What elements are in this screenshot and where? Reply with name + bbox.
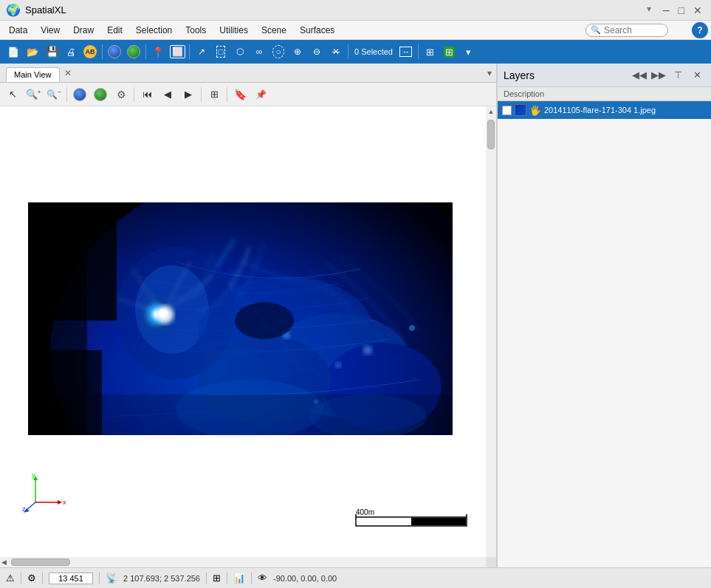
menubar: Data View Draw Edit Selection Tools Util…: [0, 21, 711, 40]
svg-point-26: [235, 302, 294, 339]
menu-draw[interactable]: Draw: [67, 24, 100, 37]
status-sep-6: [251, 572, 252, 584]
select-remove-icon: ⊖: [313, 47, 320, 57]
toolbar-separator-3: [189, 44, 190, 59]
scroll-thumb-y[interactable]: [487, 120, 495, 149]
selected-count-label: 0 Selected: [351, 47, 396, 56]
layers-title: Layers: [504, 69, 628, 81]
map-pin-button[interactable]: 📍: [149, 43, 167, 61]
zoom-out-button[interactable]: 🔍−: [44, 85, 63, 104]
globe-blue-button[interactable]: [106, 43, 123, 61]
more-button[interactable]: ▾: [460, 43, 478, 61]
table1-icon: ⊞: [426, 47, 434, 58]
globe-green-button[interactable]: [125, 43, 142, 61]
zoom-in-button[interactable]: 🔍+: [24, 85, 43, 104]
layer-hand-icon: 🖐: [529, 105, 541, 116]
layers-prev-prev-button[interactable]: ◀◀: [631, 67, 648, 83]
menu-scene[interactable]: Scene: [255, 24, 292, 37]
table2-icon: ⊞: [444, 47, 455, 58]
scroll-left-arrow[interactable]: ◀: [0, 557, 8, 567]
open-button[interactable]: 📂: [24, 43, 41, 61]
status-coords: 2 107.693; 2 537.256: [123, 574, 200, 583]
layer-name-label: 20141105-flare-171-304 1.jpeg: [544, 106, 707, 114]
status-sep-3: [99, 572, 100, 584]
help-button[interactable]: ?: [692, 22, 708, 38]
menu-edit[interactable]: Edit: [101, 24, 128, 37]
bookmark-button[interactable]: 🔖: [230, 85, 250, 104]
view-tab-close-button[interactable]: ✕: [64, 68, 72, 78]
select-add-button[interactable]: ⊕: [289, 43, 306, 61]
table1-button[interactable]: ⊞: [422, 43, 439, 61]
grid-button[interactable]: ⊞: [205, 85, 224, 104]
toolbar-separator-4: [348, 44, 348, 59]
statusbar: ⚠ ⚙ 13 451 📡 2 107.693; 2 537.256 ⊞ 📊 👁 …: [0, 567, 711, 588]
search-box[interactable]: 🔍: [585, 24, 668, 37]
vt-globe-green-button[interactable]: [91, 85, 110, 104]
layer-visibility-checkbox[interactable]: ✓: [502, 106, 512, 115]
select-poly-button[interactable]: ⬡: [231, 43, 249, 61]
next-button[interactable]: ▶: [179, 85, 198, 104]
minimize-button[interactable]: –: [660, 4, 673, 17]
menu-surfaces[interactable]: Surfaces: [294, 24, 340, 37]
svg-point-16: [335, 362, 341, 368]
maximize-button[interactable]: □: [676, 4, 687, 17]
view-toolbar: ↖ 🔍+ 🔍− ⚙ ⏮ ◀: [0, 83, 496, 106]
select-circle-button[interactable]: ○: [269, 43, 287, 61]
svg-text:y: y: [32, 473, 35, 479]
close-button[interactable]: ✕: [690, 4, 705, 17]
globe-green-icon: [127, 45, 140, 58]
select-clear-icon: ✕: [332, 47, 340, 57]
cursor-tool-button[interactable]: ↖: [3, 85, 22, 104]
horizontal-scrollbar[interactable]: ◀: [0, 557, 486, 567]
select-remove-button[interactable]: ⊖: [308, 43, 326, 61]
menu-selection[interactable]: Selection: [130, 24, 178, 37]
prev-prev-button[interactable]: ⏮: [137, 85, 157, 104]
table2-button[interactable]: ⊞: [441, 43, 458, 61]
menu-utilities[interactable]: Utilities: [213, 24, 254, 37]
save-button[interactable]: 💾: [43, 43, 61, 61]
dropdown-arrow-icon: ▾: [647, 4, 651, 17]
main-view-tab[interactable]: Main View: [6, 67, 60, 82]
vertical-scrollbar[interactable]: ▲: [486, 106, 496, 557]
polygon-button[interactable]: ⬜: [168, 43, 186, 61]
status-sep-2: [42, 572, 43, 584]
select-rect-button[interactable]: □: [212, 43, 230, 61]
app-icon-button[interactable]: AB: [81, 43, 99, 61]
axes-svg: y x z: [22, 473, 66, 513]
app-title-area: 🌍 SpatialXL: [6, 3, 66, 17]
search-input[interactable]: [604, 25, 663, 35]
scroll-up-arrow[interactable]: ▲: [487, 106, 496, 117]
selection-export-button[interactable]: ↔: [397, 43, 415, 61]
toolbar-separator-1: [102, 44, 103, 59]
select-lasso-button[interactable]: ∞: [250, 43, 268, 61]
view-dropdown-icon[interactable]: ▾: [487, 68, 492, 78]
menu-view[interactable]: View: [35, 24, 66, 37]
layers-next-next-button[interactable]: ▶▶: [650, 67, 667, 83]
layers-list: ✓ 🖐 20141105-flare-171-304 1.jpeg: [498, 101, 711, 567]
vt-globe-blue-button[interactable]: [70, 85, 89, 104]
solar-image: [28, 202, 453, 435]
prev-button[interactable]: ◀: [158, 85, 177, 104]
menu-data[interactable]: Data: [3, 24, 33, 37]
scroll-thumb-x[interactable]: [11, 558, 70, 566]
new-button[interactable]: 📄: [4, 43, 22, 61]
zoom-out-icon: 🔍−: [47, 89, 61, 100]
selection-export-icon: ↔: [399, 47, 412, 57]
select-clear-button[interactable]: ✕: [327, 43, 345, 61]
vt-gear-button[interactable]: ⚙: [111, 85, 131, 104]
svg-rect-25: [28, 394, 453, 435]
select-lasso-icon: ∞: [256, 47, 263, 57]
layer-item[interactable]: ✓ 🖐 20141105-flare-171-304 1.jpeg: [498, 101, 711, 119]
select-arrow-button[interactable]: ↗: [193, 43, 210, 61]
globe-blue-icon: [108, 45, 121, 58]
menu-tools[interactable]: Tools: [179, 24, 212, 37]
layers-pin-button[interactable]: ⊤: [670, 67, 686, 83]
spatial-logo-icon: AB: [83, 45, 97, 58]
print-button[interactable]: 🖨: [62, 43, 80, 61]
pin-button[interactable]: 📌: [251, 85, 270, 104]
zoom-level-display[interactable]: 13 451: [49, 572, 93, 584]
layers-panel: Layers ◀◀ ▶▶ ⊤ ✕ Description ✓ 🖐 2014110…: [497, 64, 711, 567]
status-alert-icon: ⚠: [6, 572, 15, 584]
status-settings-icon: ⚙: [27, 572, 36, 584]
layers-close-button[interactable]: ✕: [689, 67, 705, 83]
